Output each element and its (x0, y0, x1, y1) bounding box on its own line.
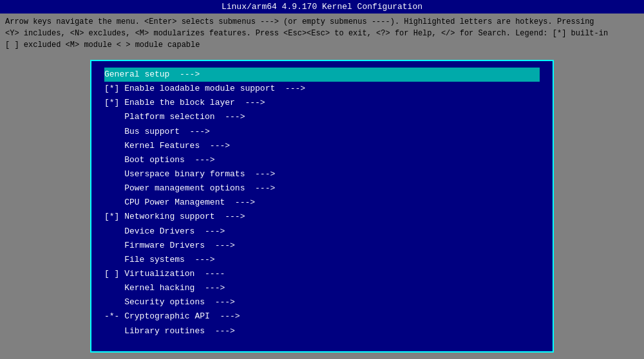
menu-item-crypto-api[interactable]: -*- Cryptographic API ---> (104, 309, 540, 324)
menu-item-platform-selection[interactable]: Platform selection ---> (104, 110, 540, 124)
menu-item-bus-support[interactable]: Bus support ---> (104, 125, 540, 139)
info-line-2: <Y> includes, <N> excludes, <M> modulari… (5, 28, 639, 39)
menu-item-kernel-hacking[interactable]: Kernel hacking ---> (104, 281, 540, 295)
menu-item-power-mgmt[interactable]: Power management options ---> (104, 181, 540, 196)
main-content: General setup --->[*] Enable loadable mo… (0, 53, 644, 359)
menu-item-networking-support[interactable]: [*] Networking support ---> (104, 210, 540, 224)
menu-item-general-setup[interactable]: General setup ---> (104, 68, 540, 82)
title-bar: Linux/arm64 4.9.170 Kernel Configuration (0, 0, 644, 14)
menu-box: General setup --->[*] Enable loadable mo… (90, 60, 554, 353)
menu-item-virtualization[interactable]: [ ] Virtualization ---- (104, 267, 540, 281)
menu-item-userspace-binary[interactable]: Userspace binary formats ---> (104, 167, 540, 181)
menu-item-device-drivers[interactable]: Device Drivers ---> (104, 225, 540, 239)
main-window: Linux/arm64 4.9.170 Kernel Configuration… (0, 0, 644, 359)
menu-item-kernel-features[interactable]: Kernel Features ---> (104, 139, 540, 153)
menu-item-library-routines[interactable]: Library routines ---> (104, 324, 540, 338)
menu-item-firmware-drivers[interactable]: Firmware Drivers ---> (104, 239, 540, 253)
menu-item-loadable-module[interactable]: [*] Enable loadable module support ---> (104, 82, 540, 96)
menu-item-cpu-power[interactable]: CPU Power Management ---> (104, 196, 540, 210)
menu-item-security-options[interactable]: Security options ---> (104, 295, 540, 309)
menu-item-boot-options[interactable]: Boot options ---> (104, 153, 540, 167)
info-line-1: Arrow keys navigate the menu. <Enter> se… (5, 16, 639, 28)
menu-item-block-layer[interactable]: [*] Enable the block layer ---> (104, 96, 540, 110)
info-bar: Arrow keys navigate the menu. <Enter> se… (0, 14, 644, 53)
title-text: Linux/arm64 4.9.170 Kernel Configuration (222, 2, 422, 12)
menu-item-file-systems[interactable]: File systems ---> (104, 253, 540, 267)
info-line-3: [ ] excluded <M> module < > module capab… (5, 39, 639, 51)
